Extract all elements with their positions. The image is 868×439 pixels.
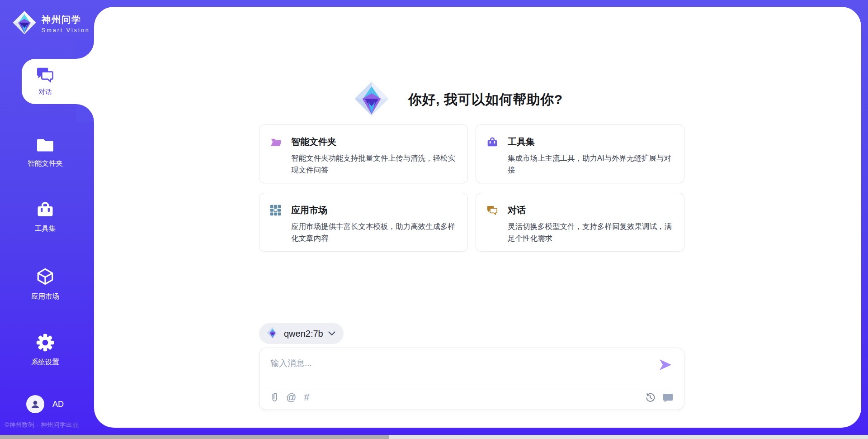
card-title: 工具集: [508, 136, 535, 148]
folder-icon: [36, 137, 55, 155]
user-name: AD: [52, 400, 64, 409]
feature-card-smart-folder[interactable]: 智能文件夹 智能文件夹功能支持批量文件上传与清洗，轻松实现文件问答: [259, 124, 468, 183]
copyright-text: ©神州数码 · 神州问学出品: [5, 421, 94, 429]
main-panel: 你好, 我可以如何帮助你? 智能文件夹 智能文件夹功能支持批量文件上传与清洗，轻…: [94, 7, 861, 428]
chevron-down-icon: [328, 329, 335, 338]
hash-icon[interactable]: #: [304, 392, 309, 402]
comment-icon[interactable]: [663, 393, 673, 402]
sidebar-item-app-market[interactable]: 应用市场: [0, 267, 90, 301]
message-input[interactable]: [270, 355, 650, 372]
card-description: 智能文件夹功能支持批量文件上传与清洗，轻松实现文件问答: [291, 152, 462, 176]
card-description: 灵活切换多模型文件，支持多样回复效果调试，满足个性化需求: [508, 220, 679, 244]
card-title: 应用市场: [291, 204, 327, 216]
paperclip-icon[interactable]: [270, 392, 278, 403]
card-title: 对话: [508, 204, 526, 216]
cube-icon: [36, 267, 55, 288]
tab-fillet-top: [76, 41, 94, 59]
card-description: 应用市场提供丰富长文本模板，助力高效生成多样化文章内容: [291, 220, 462, 244]
sidebar-item-smart-folder[interactable]: 智能文件夹: [0, 137, 90, 168]
gear-icon: [36, 334, 54, 353]
model-logo-icon: [266, 326, 279, 341]
card-title: 智能文件夹: [291, 136, 336, 148]
scrollbar-thumb[interactable]: [0, 435, 389, 439]
sidebar-item-label: 工具集: [35, 224, 56, 234]
sidebar: 神州问学 Smart Vision 对话 智能文件夹: [0, 0, 94, 439]
horizontal-scrollbar[interactable]: [0, 435, 868, 439]
app-root: 神州问学 Smart Vision 对话 智能文件夹: [0, 0, 868, 439]
chat-icon: [486, 205, 508, 216]
folder-open-icon: [270, 137, 291, 148]
feature-card-chat[interactable]: 对话 灵活切换多模型文件，支持多样回复效果调试，满足个性化需求: [476, 193, 684, 252]
sidebar-item-chat[interactable]: 对话: [22, 59, 94, 104]
greeting-title: 你好, 我可以如何帮助你?: [408, 91, 563, 109]
greeting: 你好, 我可以如何帮助你?: [353, 80, 563, 119]
sidebar-item-toolset[interactable]: 工具集: [0, 200, 90, 234]
sidebar-item-label: 系统设置: [31, 358, 59, 367]
user-profile[interactable]: AD: [26, 395, 64, 413]
assistant-logo-icon: [353, 80, 390, 119]
history-icon[interactable]: [645, 392, 656, 403]
composer-divider: [265, 388, 679, 388]
sidebar-item-label: 应用市场: [31, 292, 59, 301]
sidebar-item-label: 对话: [38, 88, 52, 96]
sidebar-item-settings[interactable]: 系统设置: [0, 334, 90, 367]
feature-card-app-market[interactable]: 应用市场 应用市场提供丰富长文本模板，助力高效生成多样化文章内容: [259, 193, 468, 252]
grid-icon: [270, 205, 291, 216]
brand: 神州问学 Smart Vision: [12, 10, 90, 37]
brand-title: 神州问学: [42, 14, 90, 26]
sidebar-item-label: 智能文件夹: [28, 159, 63, 168]
composer: @ #: [259, 348, 684, 410]
tab-fillet-bottom: [76, 104, 94, 122]
feature-card-toolset[interactable]: 工具集 集成市场上主流工具，助力AI与外界无缝扩展与对接: [476, 124, 684, 183]
send-icon[interactable]: [659, 359, 672, 371]
toolbox-icon: [486, 136, 508, 148]
toolbox-icon: [36, 200, 55, 220]
chat-icon: [36, 67, 55, 85]
model-name: qwen2:7b: [284, 329, 323, 339]
model-selector[interactable]: qwen2:7b: [259, 323, 344, 344]
at-icon[interactable]: @: [286, 392, 296, 402]
brand-logo-icon: [12, 10, 37, 37]
card-description: 集成市场上主流工具，助力AI与外界无缝扩展与对接: [508, 152, 679, 176]
avatar: [26, 395, 44, 413]
brand-subtitle: Smart Vision: [42, 27, 90, 33]
